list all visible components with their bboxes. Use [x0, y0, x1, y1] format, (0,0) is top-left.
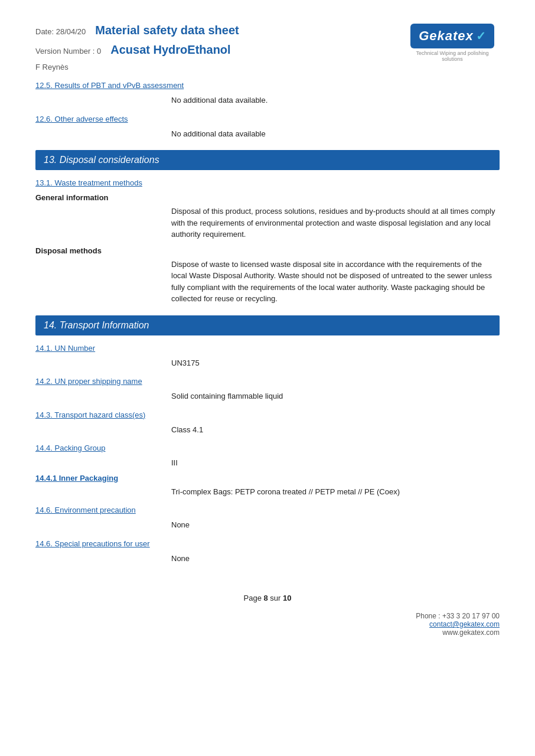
section-12-6-content: No additional data available [35, 128, 500, 140]
section-14-2-link[interactable]: 14.2. UN proper shipping name [35, 377, 142, 386]
date-label: Date: 28/04/20 [35, 27, 86, 36]
section-14-6a-value: None [171, 519, 500, 531]
section-12-6-title[interactable]: 12.6. Other adverse effects [35, 115, 500, 123]
section-14-6a-link[interactable]: 14.6. Environment precaution [35, 506, 136, 514]
page-number-bold: 8 [263, 594, 268, 602]
section-14-4-value: III [171, 457, 500, 469]
section-14-4-content: III [35, 457, 500, 469]
page-number: Page 8 sur 10 [244, 594, 292, 602]
general-info-label-spacer [35, 206, 171, 240]
section-12-6-label-spacer [35, 128, 171, 140]
footer-email-link[interactable]: contact@gekatex.com [429, 620, 500, 628]
logo-icon: ✓ [476, 29, 486, 43]
section-13-header: 13. Disposal considerations [35, 150, 500, 170]
section-13-1-link[interactable]: 13.1. Waste treatment methods [35, 178, 142, 187]
logo-subtitle: Technical Wiping and polishing solutions [405, 50, 500, 62]
section-14-4-1-text: Tri-complex Bags: PETP corona treated //… [171, 486, 500, 498]
section-14-6a-spacer [35, 519, 171, 531]
section-14-4-1-spacer [35, 486, 171, 498]
general-info-text-row: Disposal of this product, process soluti… [35, 206, 500, 240]
section-14-2-value: Solid containing flammable liquid [171, 390, 500, 402]
disposal-methods-text-row: Dispose of waste to licensed waste dispo… [35, 259, 500, 305]
section-14-2-title-row[interactable]: 14.2. UN proper shipping name [35, 377, 500, 386]
section-14-title: 14. Transport Information [44, 320, 149, 330]
section-14-2-spacer [35, 390, 171, 402]
section-14-6b-title-row[interactable]: 14.6. Special precautions for user [35, 539, 500, 548]
logo-box: Gekatex ✓ [410, 24, 494, 48]
section-14-1-title-row[interactable]: 14.1. UN Number [35, 344, 500, 353]
author: F Reynès [35, 63, 239, 71]
section-14-1-link[interactable]: 14.1. UN Number [35, 344, 95, 353]
logo-container: Gekatex ✓ Technical Wiping and polishing… [405, 24, 500, 62]
page-text-before: Page [244, 594, 264, 602]
general-info-row: General information [35, 192, 500, 202]
section-12-5-value: No additional data available. [171, 94, 500, 106]
version-product-row: Version Number : 0 Acusat HydroEthanol [35, 43, 239, 57]
section-14-4-1-value [171, 472, 500, 483]
section-12-6-link[interactable]: 12.6. Other adverse effects [35, 115, 128, 123]
section-14-4-1-text-row: Tri-complex Bags: PETP corona treated //… [35, 486, 500, 498]
footer-website: www.gekatex.com [35, 628, 500, 637]
section-14-3-value: Class 4.1 [171, 424, 500, 436]
author-text: F Reynès [35, 63, 68, 71]
section-12-5-content: No additional data available. [35, 94, 500, 106]
general-info-label: General information [35, 192, 171, 202]
section-14-6b-value: None [171, 553, 500, 565]
general-info-text: Disposal of this product, process soluti… [171, 206, 500, 240]
section-14-6b-spacer [35, 553, 171, 565]
disposal-methods-text: Dispose of waste to licensed waste dispo… [171, 259, 500, 305]
disposal-methods-label-spacer [35, 259, 171, 305]
section-14-header: 14. Transport Information [35, 315, 500, 335]
section-14-6b-content: None [35, 553, 500, 565]
section-14-4-1-link[interactable]: 14.4.1 Inner Packaging [35, 474, 118, 483]
section-14-4-spacer [35, 457, 171, 469]
product-name: Acusat HydroEthanol [110, 43, 230, 57]
section-13-1-title-row[interactable]: 13.1. Waste treatment methods [35, 178, 500, 187]
section-14-3-content: Class 4.1 [35, 424, 500, 436]
footer-email: contact@gekatex.com [35, 620, 500, 628]
page-header: Date: 28/04/20 Material safety data shee… [35, 24, 500, 71]
logo-text: Gekatex [419, 28, 474, 44]
section-14-1-content: UN3175 [35, 357, 500, 369]
section-14-2-content: Solid containing flammable liquid [35, 390, 500, 402]
header-titles: Date: 28/04/20 Material safety data shee… [35, 24, 239, 71]
section-14-6a-content: None [35, 519, 500, 531]
page-text-middle: sur [268, 594, 283, 602]
disposal-methods-value [171, 245, 500, 255]
date-title-row: Date: 28/04/20 Material safety data shee… [35, 24, 239, 37]
version-label: Version Number : 0 [35, 47, 101, 56]
general-info-value [171, 192, 500, 202]
section-14-3-spacer [35, 424, 171, 436]
section-14-4-1-row: 14.4.1 Inner Packaging [35, 472, 500, 483]
footer-phone: Phone : +33 3 20 17 97 00 [35, 612, 500, 620]
section-14-6a-title-row[interactable]: 14.6. Environment precaution [35, 506, 500, 514]
section-13-title: 13. Disposal considerations [44, 155, 159, 165]
page-number-row: Page 8 sur 10 [35, 594, 500, 602]
section-14-1-value: UN3175 [171, 357, 500, 369]
section-12-6-value: No additional data available [171, 128, 500, 140]
section-14-4-link[interactable]: 14.4. Packing Group [35, 444, 106, 452]
document-title: Material safety data sheet [95, 24, 239, 37]
section-14-3-title-row[interactable]: 14.3. Transport hazard class(es) [35, 410, 500, 419]
disposal-methods-row: Disposal methods [35, 245, 500, 255]
page-total-bold: 10 [283, 594, 291, 602]
footer-contact: Phone : +33 3 20 17 97 00 contact@gekate… [35, 612, 500, 637]
section-14-4-1-label[interactable]: 14.4.1 Inner Packaging [35, 472, 171, 483]
disposal-methods-label: Disposal methods [35, 245, 171, 255]
section-14-4-title-row[interactable]: 14.4. Packing Group [35, 444, 500, 452]
section-14-6b-link[interactable]: 14.6. Special precautions for user [35, 539, 150, 548]
section-12-5-title[interactable]: 12.5. Results of PBT and vPvB assessment [35, 81, 500, 90]
section-12-5-label-spacer [35, 94, 171, 106]
section-14-3-link[interactable]: 14.3. Transport hazard class(es) [35, 410, 145, 419]
section-12-5-link[interactable]: 12.5. Results of PBT and vPvB assessment [35, 81, 184, 90]
section-14-1-spacer [35, 357, 171, 369]
